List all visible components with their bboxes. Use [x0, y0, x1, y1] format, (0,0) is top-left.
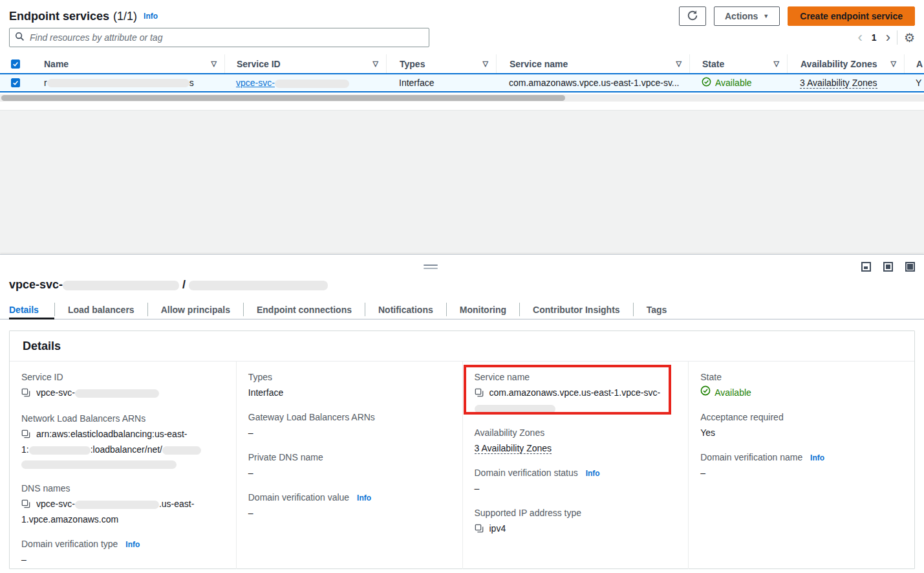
endpoint-services-list-section: Endpoint services (1/1) Info Actions ▼ C…	[0, 0, 924, 110]
previous-page-icon[interactable]: ‹	[858, 30, 863, 45]
field-label: Types	[248, 372, 452, 382]
filter-icon[interactable]: ▽	[774, 59, 779, 68]
field-label: Domain verification value Info	[248, 492, 452, 503]
service-id-link[interactable]: vpce-svc-	[236, 78, 349, 88]
divider	[897, 30, 897, 45]
copy-icon[interactable]	[475, 523, 484, 537]
page-number[interactable]: 1	[869, 32, 879, 43]
field-domain-verification-type: Domain verification type Info –	[21, 539, 226, 567]
redacted-text	[75, 501, 159, 509]
field-value-text: –	[248, 466, 452, 480]
info-link[interactable]: Info	[144, 12, 158, 21]
copy-icon[interactable]	[21, 498, 30, 512]
filter-icon[interactable]: ▽	[373, 59, 378, 68]
details-heading: Details	[23, 340, 901, 353]
availability-zones-popover[interactable]: 3 Availability Zones	[800, 78, 877, 89]
column-header-name[interactable]: Name ▽	[31, 54, 224, 73]
table-header-row: Name ▽ Service ID ▽ Types ▽ Service name…	[0, 54, 924, 73]
field-acceptance-required: Acceptance required Yes	[700, 412, 904, 440]
field-value-text: –	[21, 552, 226, 567]
page-count: (1/1)	[113, 10, 137, 23]
panel-size-medium-icon[interactable]	[883, 262, 893, 272]
info-link[interactable]: Info	[586, 469, 600, 478]
filter-icon[interactable]: ▽	[211, 59, 217, 68]
panel-resize-handle[interactable]	[424, 265, 438, 269]
tab-endpoint-connections[interactable]: Endpoint connections	[244, 300, 365, 319]
tab-tags[interactable]: Tags	[634, 300, 680, 319]
field-label: Service name	[475, 372, 678, 382]
column-header-truncated[interactable]: A	[904, 54, 924, 73]
actions-button[interactable]: Actions ▼	[714, 6, 780, 26]
details-card-body: Service ID vpce-svc- Network Load Balanc…	[10, 362, 914, 569]
tab-load-balancers[interactable]: Load balancers	[55, 300, 147, 319]
panel-layout-controls	[861, 262, 915, 272]
details-card: Details Service ID vpce-svc- Network Loa…	[9, 330, 915, 569]
header-checkbox-cell	[0, 54, 31, 73]
info-link[interactable]: Info	[357, 493, 371, 503]
field-label-text: Domain verification status	[475, 468, 578, 478]
row-truncated-cell: Y	[904, 74, 924, 91]
field-value-text: arn:aws:elasticloadbalancing:us-east-	[36, 429, 187, 439]
tab-details[interactable]: Details	[9, 300, 54, 319]
field-value-text: –	[248, 426, 452, 440]
column-header-availability-zones[interactable]: Availability Zones ▽	[787, 54, 904, 73]
create-endpoint-service-button[interactable]: Create endpoint service	[788, 6, 915, 26]
column-label: State	[702, 59, 724, 69]
settings-gear-icon[interactable]: ⚙	[904, 32, 915, 44]
refresh-icon	[687, 10, 698, 23]
field-label-text: Domain verification name	[700, 452, 802, 462]
tab-allow-principals[interactable]: Allow principals	[148, 300, 243, 319]
column-label: Name	[44, 59, 69, 69]
row-state-cell: Available	[689, 74, 787, 91]
search-input[interactable]	[28, 32, 424, 43]
field-domain-verification-value: Domain verification value Info –	[248, 492, 452, 520]
copy-icon[interactable]	[475, 387, 484, 401]
panel-size-large-icon[interactable]	[905, 262, 915, 272]
next-page-icon[interactable]: ›	[886, 30, 890, 45]
field-value-text: 1.vpce.amazonaws.com	[21, 514, 118, 524]
search-icon	[15, 32, 25, 43]
horizontal-scrollbar[interactable]	[0, 94, 924, 102]
filter-icon[interactable]: ▽	[483, 59, 488, 68]
column-header-state[interactable]: State ▽	[689, 54, 787, 73]
copy-icon[interactable]	[21, 387, 30, 401]
info-link[interactable]: Info	[810, 453, 824, 462]
tab-monitoring[interactable]: Monitoring	[447, 300, 519, 319]
filter-icon[interactable]: ▽	[891, 59, 896, 68]
refresh-button[interactable]	[679, 6, 706, 26]
available-check-icon	[700, 385, 711, 400]
field-state: State Available	[700, 372, 904, 400]
availability-zones-popover[interactable]: 3 Availability Zones	[475, 443, 552, 454]
table-row[interactable]: r s vpce-svc- Interface com.amazonaws.vp…	[0, 73, 924, 92]
row-checkbox[interactable]	[11, 78, 20, 87]
available-check-icon	[702, 77, 711, 89]
field-domain-verification-name: Domain verification name Info –	[700, 452, 904, 480]
caret-down-icon: ▼	[763, 13, 769, 19]
select-all-checkbox[interactable]	[11, 59, 20, 69]
row-service-id-cell: vpce-svc-	[224, 74, 386, 91]
panel-title: vpce-svc- /	[9, 278, 328, 292]
field-value-text: –	[475, 481, 678, 495]
background-area	[0, 110, 924, 254]
search-row: ‹ 1 › ⚙	[9, 27, 915, 48]
info-link[interactable]: Info	[125, 540, 140, 549]
field-nlb-arns: Network Load Balancers ARNs arn:aws:elas…	[21, 413, 226, 471]
copy-icon[interactable]	[21, 428, 30, 442]
tab-notifications[interactable]: Notifications	[365, 300, 446, 319]
redacted-text	[475, 405, 555, 413]
tab-contributor-insights[interactable]: Contributor Insights	[520, 300, 633, 319]
column-header-types[interactable]: Types ▽	[386, 54, 496, 73]
field-label: Service ID	[21, 372, 226, 382]
panel-title-prefix: vpce-svc-	[9, 278, 63, 291]
redacted-text	[63, 281, 179, 290]
search-box[interactable]	[9, 28, 429, 47]
row-service-name-cell: com.amazonaws.vpce.us-east-1.vpce-sv...	[496, 74, 689, 91]
column-header-service-id[interactable]: Service ID ▽	[224, 54, 386, 73]
panel-size-small-icon[interactable]	[861, 262, 871, 272]
scrollbar-thumb[interactable]	[1, 95, 565, 101]
field-value-text: com.amazonaws.vpce.us-east-1.vpce-svc-	[489, 387, 661, 398]
column-header-service-name[interactable]: Service name ▽	[496, 54, 689, 73]
field-value-text: –	[700, 466, 904, 480]
endpoint-services-table: Name ▽ Service ID ▽ Types ▽ Service name…	[0, 54, 924, 92]
filter-icon[interactable]: ▽	[676, 59, 682, 68]
